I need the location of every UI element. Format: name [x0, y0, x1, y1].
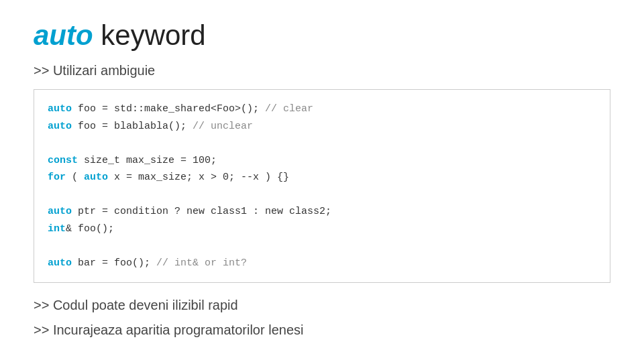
code-line: const size_t max_size = 100;	[48, 152, 596, 170]
code-line	[48, 237, 596, 255]
title-auto: auto	[34, 19, 93, 51]
page-title: auto keyword	[34, 20, 610, 51]
code-line	[48, 186, 596, 204]
code-line: auto foo = blablabla(); // unclear	[48, 118, 596, 135]
bullet-2: >> Incurajeaza aparitia programatorilor …	[34, 322, 610, 338]
code-line	[48, 135, 596, 152]
bullet-1: >> Codul poate deveni ilizibil rapid	[34, 298, 610, 313]
code-line: auto foo = std::make_shared<Foo>(); // c…	[48, 101, 596, 118]
code-block: auto foo = std::make_shared<Foo>(); // c…	[34, 89, 610, 283]
code-line: int& foo();	[48, 221, 596, 238]
title-rest: keyword	[93, 19, 206, 51]
code-line: for ( auto x = max_size; x > 0; --x ) {}	[48, 169, 596, 186]
code-line: auto ptr = condition ? new class1 : new …	[48, 203, 596, 221]
code-line: auto bar = foo(); // int& or int?	[48, 255, 596, 272]
subtitle: >> Utilizari ambiguie	[34, 63, 610, 78]
